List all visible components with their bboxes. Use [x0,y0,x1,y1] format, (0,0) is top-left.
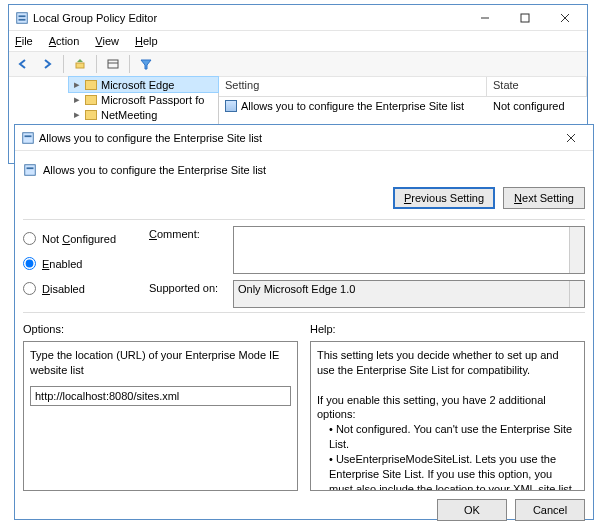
gp-title: Local Group Policy Editor [33,12,465,24]
dlg-close-button[interactable] [551,125,591,150]
tree-item-edge[interactable]: ▸Microsoft Edge [69,77,218,92]
help-box[interactable]: This setting lets you decide whether to … [310,341,585,491]
help-label: Help: [310,321,585,341]
svg-rect-15 [27,167,34,169]
menu-help[interactable]: Help [133,33,160,49]
gp-list[interactable]: Setting State Allows you to configure th… [219,77,587,129]
svg-rect-10 [23,132,34,143]
comment-textarea[interactable] [233,226,585,274]
dlg-title: Allows you to configure the Enterprise S… [39,132,551,144]
gp-toolbar [9,51,587,77]
back-button[interactable] [13,54,33,74]
menu-action[interactable]: Action [47,33,82,49]
gp-icon [15,11,29,25]
list-row[interactable]: Allows you to configure the Enterprise S… [219,97,587,115]
col-state[interactable]: State [487,77,587,96]
option-prompt: Type the location (URL) of your Enterpri… [30,348,291,378]
svg-rect-14 [25,165,36,176]
policy-icon [23,163,37,177]
svg-rect-1 [19,15,26,17]
radio-disabled[interactable]: Disabled [23,282,133,295]
svg-rect-2 [19,18,26,20]
policy-icon [225,100,237,112]
gp-close-button[interactable] [545,5,585,30]
dlg-heading: Allows you to configure the Enterprise S… [43,164,266,176]
folder-icon [85,95,97,105]
cancel-button[interactable]: Cancel [515,499,585,521]
gp-titlebar: Local Group Policy Editor [9,5,587,31]
gp-menubar: FFileile Action View Help [9,31,587,51]
gp-max-button[interactable] [505,5,545,30]
svg-rect-0 [17,12,28,23]
tree-item-passport[interactable]: ▸Microsoft Passport fo [69,92,218,107]
svg-rect-11 [25,135,32,137]
url-input[interactable] [30,386,291,406]
radio-not-configured[interactable]: Not Configured [23,232,133,245]
menu-file[interactable]: FFileile [13,33,35,49]
folder-icon [85,110,97,120]
policy-dialog: Allows you to configure the Enterprise S… [14,124,594,520]
svg-rect-4 [521,14,529,22]
previous-setting-button[interactable]: PPrevious Settingrevious Setting [393,187,495,209]
options-box: Type the location (URL) of your Enterpri… [23,341,298,491]
options-label: Options: [23,321,298,341]
show-hide-button[interactable] [103,54,123,74]
gp-min-button[interactable] [465,5,505,30]
col-setting[interactable]: Setting [219,77,487,96]
gp-tree[interactable]: ▸Microsoft Edge ▸Microsoft Passport fo ▸… [9,77,219,129]
policy-icon [21,131,35,145]
svg-rect-7 [76,63,84,68]
supported-field: Only Microsoft Edge 1.0 [233,280,585,308]
folder-icon [85,80,97,90]
filter-button[interactable] [136,54,156,74]
dlg-titlebar: Allows you to configure the Enterprise S… [15,125,593,151]
menu-view[interactable]: View [93,33,121,49]
forward-button[interactable] [37,54,57,74]
tree-item-netmeeting[interactable]: ▸NetMeeting [69,107,218,122]
next-setting-button[interactable]: Next Setting [503,187,585,209]
supported-label: Supported on: [149,280,227,294]
radio-enabled[interactable]: Enabled [23,257,133,270]
comment-label: Comment: [149,226,227,240]
svg-rect-8 [108,60,118,68]
up-button[interactable] [70,54,90,74]
ok-button[interactable]: OK [437,499,507,521]
